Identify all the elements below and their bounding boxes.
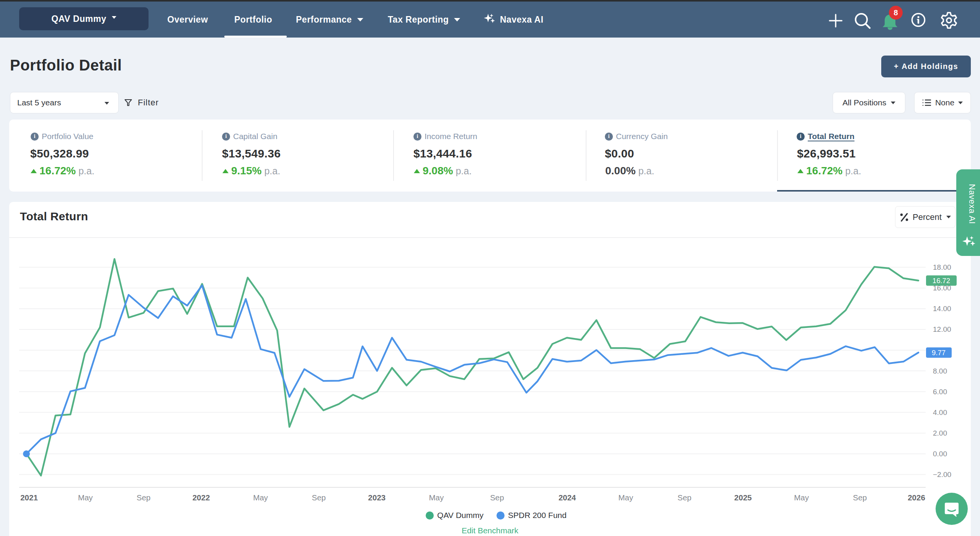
svg-text:Sep: Sep: [678, 493, 691, 502]
svg-text:14.00: 14.00: [933, 305, 951, 313]
svg-text:9.77: 9.77: [932, 349, 946, 357]
svg-text:8: 8: [893, 8, 898, 17]
svg-text:16.72: 16.72: [933, 277, 950, 285]
svg-text:4.00: 4.00: [933, 408, 947, 416]
svg-text:0.00: 0.00: [933, 450, 947, 458]
svg-text:2023: 2023: [368, 493, 386, 502]
svg-text:May: May: [78, 493, 93, 502]
svg-text:Sep: Sep: [853, 493, 867, 502]
svg-text:2025: 2025: [734, 493, 752, 502]
svg-text:2024: 2024: [559, 493, 576, 502]
svg-text:Sep: Sep: [137, 493, 150, 502]
svg-text:May: May: [618, 493, 633, 502]
svg-text:Sep: Sep: [490, 493, 504, 502]
svg-text:Sep: Sep: [312, 493, 326, 502]
svg-text:8.00: 8.00: [933, 367, 947, 375]
svg-text:May: May: [794, 493, 809, 502]
svg-text:12.00: 12.00: [933, 325, 951, 333]
svg-text:2.00: 2.00: [933, 429, 947, 437]
svg-text:2022: 2022: [193, 493, 210, 502]
svg-text:2026: 2026: [908, 493, 925, 502]
svg-text:May: May: [253, 493, 268, 502]
svg-text:18.00: 18.00: [933, 263, 951, 271]
svg-text:May: May: [429, 493, 444, 502]
svg-text:6.00: 6.00: [933, 388, 947, 396]
svg-text:2021: 2021: [20, 493, 38, 502]
svg-text:−2.00: −2.00: [933, 470, 951, 479]
